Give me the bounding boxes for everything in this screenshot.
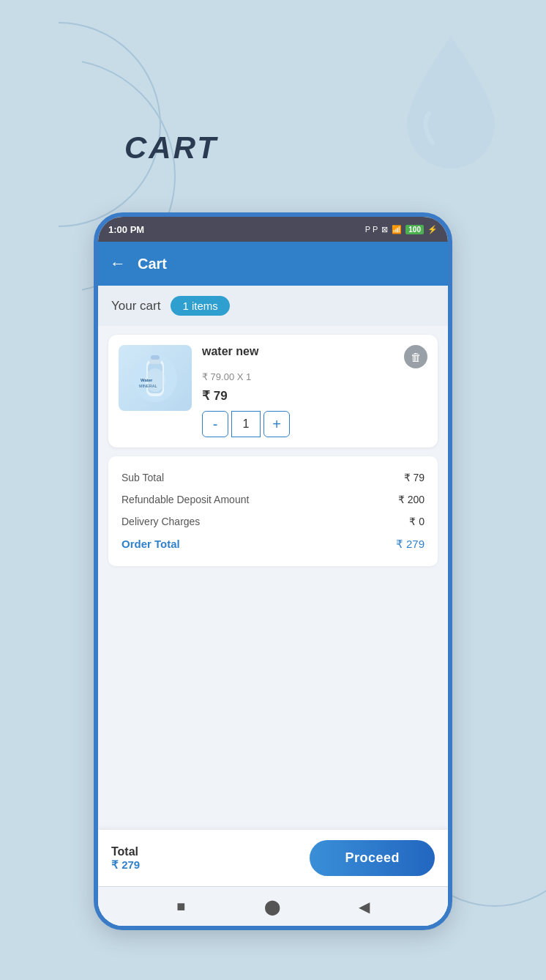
delete-button[interactable]: 🗑: [404, 345, 427, 368]
status-bar: 1:00 PM P P ⊠ 📶 100 ⚡: [98, 217, 448, 242]
product-name: water new: [202, 345, 258, 358]
product-image: Water MINERAL: [119, 345, 192, 411]
trash-icon: 🗑: [411, 351, 422, 363]
proceed-button[interactable]: Proceed: [310, 840, 435, 876]
quantity-display: 1: [231, 411, 261, 437]
order-total-value: ₹ 279: [396, 538, 425, 551]
navigation-bar: ■ ⬤ ◀: [98, 886, 448, 926]
delivery-label: Delivery Charges: [121, 516, 200, 527]
status-icons: P P ⊠ 📶 100 ⚡: [365, 225, 438, 234]
svg-rect-4: [151, 355, 160, 360]
cart-item-details: water new 🗑 ₹ 79.00 X 1 ₹ 79 - 1 +: [202, 345, 427, 437]
order-summary: Sub Total ₹ 79 Refundable Deposit Amount…: [108, 456, 438, 566]
cart-item-card: Water MINERAL water new 🗑 ₹ 79.00 X 1 ₹ …: [108, 335, 438, 448]
cart-header-row: Your cart 1 items: [98, 286, 448, 326]
total-label: Total: [111, 845, 140, 858]
battery-icon: 100: [405, 225, 424, 234]
your-cart-label: Your cart: [111, 299, 160, 313]
quantity-controls: - 1 +: [202, 411, 427, 437]
charge-icon: ⚡: [427, 225, 438, 234]
svg-text:Water: Water: [141, 378, 153, 382]
page-title: CART: [124, 130, 218, 166]
subtotal-row: Sub Total ₹ 79: [121, 467, 425, 489]
circle-nav-icon[interactable]: ⬤: [264, 898, 280, 916]
minus-icon: -: [213, 416, 218, 433]
increase-quantity-button[interactable]: +: [263, 411, 290, 437]
back-button[interactable]: ←: [110, 254, 126, 273]
svg-text:MINERAL: MINERAL: [139, 384, 157, 388]
order-total-label: Order Total: [121, 538, 180, 551]
order-total-row: Order Total ₹ 279: [121, 532, 425, 556]
back-nav-icon[interactable]: ◀: [359, 898, 370, 916]
total-info: Total ₹ 279: [111, 845, 140, 872]
deposit-row: Refundable Deposit Amount ₹ 200: [121, 489, 425, 511]
subtotal-label: Sub Total: [121, 472, 164, 483]
total-amount: ₹ 279: [111, 858, 140, 872]
deposit-value: ₹ 200: [398, 494, 425, 505]
sim-icon: P P: [365, 225, 378, 234]
header-title: Cart: [138, 256, 167, 272]
square-nav-icon[interactable]: ■: [176, 898, 185, 915]
phone-frame: 1:00 PM P P ⊠ 📶 100 ⚡ ← Cart Your cart 1…: [94, 212, 452, 930]
item-name-row: water new 🗑: [202, 345, 427, 368]
main-content: Your cart 1 items Water MINERAL: [98, 286, 448, 926]
delivery-row: Delivery Charges ₹ 0: [121, 511, 425, 532]
content-spacer: [98, 566, 448, 830]
deposit-label: Refundable Deposit Amount: [121, 494, 249, 505]
water-drop-decoration: [392, 29, 509, 176]
app-header: ← Cart: [98, 242, 448, 286]
plus-icon: +: [272, 416, 281, 433]
arc-decoration-1: [0, 22, 161, 227]
subtotal-value: ₹ 79: [404, 472, 425, 483]
water-bottle-svg: Water MINERAL: [126, 351, 184, 406]
price-per-unit: ₹ 79.00 X 1: [202, 371, 427, 382]
decrease-quantity-button[interactable]: -: [202, 411, 228, 437]
delivery-value: ₹ 0: [409, 516, 425, 527]
bottom-bar: Total ₹ 279 Proceed: [98, 830, 448, 886]
wifi-icon: 📶: [392, 225, 402, 234]
items-count-badge: 1 items: [171, 296, 229, 316]
signal-icon: ⊠: [381, 225, 388, 234]
status-time: 1:00 PM: [108, 224, 144, 235]
item-total-price: ₹ 79: [202, 388, 427, 404]
